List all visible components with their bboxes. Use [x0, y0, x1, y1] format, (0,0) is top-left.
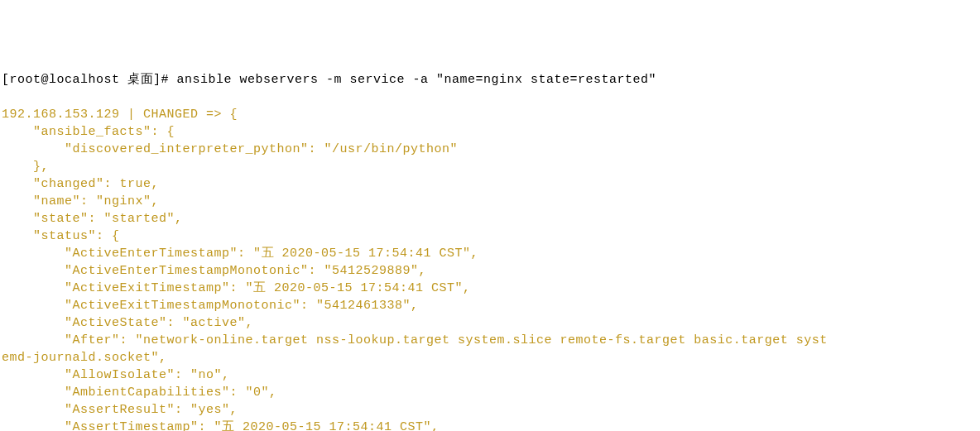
output-line: },: [2, 158, 978, 175]
terminal-output: 192.168.153.129 | CHANGED => { "ansible_…: [2, 106, 978, 431]
output-line: "changed": true,: [2, 175, 978, 193]
output-line: "AssertResult": "yes",: [2, 401, 978, 419]
output-line: "state": "started",: [2, 210, 978, 227]
output-line: emd-journald.socket",: [2, 349, 978, 366]
output-line: "ansible_facts": {: [2, 123, 978, 141]
output-line: "AmbientCapabilities": "0",: [2, 384, 978, 401]
output-line: "ActiveExitTimestampMonotonic": "5412461…: [2, 297, 978, 314]
output-line: "status": {: [2, 227, 978, 245]
output-line: 192.168.153.129 | CHANGED => {: [2, 106, 978, 123]
output-line: "discovered_interpreter_python": "/usr/b…: [2, 141, 978, 158]
output-line: "ActiveEnterTimestampMonotonic": "541252…: [2, 262, 978, 280]
output-line: "ActiveState": "active",: [2, 314, 978, 332]
output-line: "AssertTimestamp": "五 2020-05-15 17:54:4…: [2, 419, 978, 431]
output-line: "name": "nginx",: [2, 193, 978, 210]
output-line: "AllowIsolate": "no",: [2, 366, 978, 384]
output-line: "ActiveEnterTimestamp": "五 2020-05-15 17…: [2, 245, 978, 262]
output-line: "After": "network-online.target nss-look…: [2, 332, 978, 349]
output-line: "ActiveExitTimestamp": "五 2020-05-15 17:…: [2, 280, 978, 297]
terminal-prompt-line: [root@localhost 桌面]# ansible webservers …: [2, 71, 978, 89]
